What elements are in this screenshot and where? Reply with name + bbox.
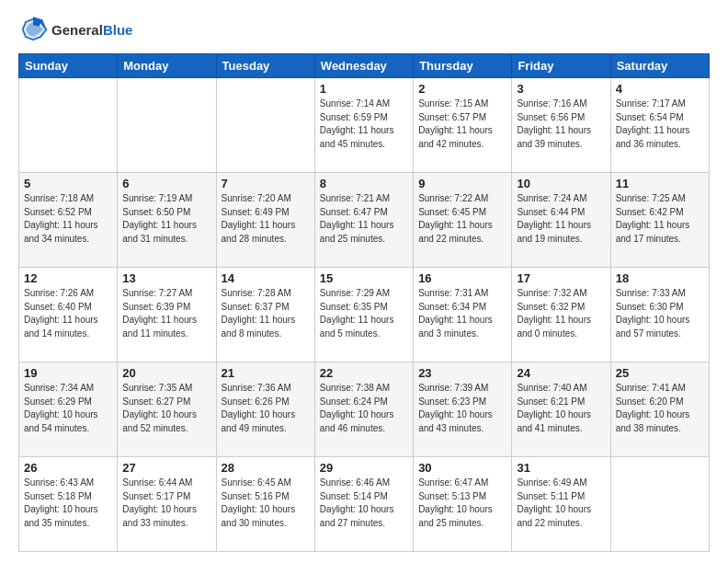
calendar-cell: 15Sunrise: 7:29 AM Sunset: 6:35 PM Dayli… (314, 268, 413, 362)
day-info: Sunrise: 6:49 AM Sunset: 5:11 PM Dayligh… (517, 477, 605, 530)
day-number: 2 (418, 82, 506, 96)
day-info: Sunrise: 7:36 AM Sunset: 6:26 PM Dayligh… (222, 382, 310, 435)
calendar-cell: 5Sunrise: 7:18 AM Sunset: 6:52 PM Daylig… (19, 173, 118, 268)
day-number: 1 (320, 82, 408, 96)
calendar-cell: 9Sunrise: 7:22 AM Sunset: 6:45 PM Daylig… (414, 173, 512, 268)
calendar-cell: 11Sunrise: 7:25 AM Sunset: 6:42 PM Dayli… (610, 173, 709, 268)
calendar-cell: 10Sunrise: 7:24 AM Sunset: 6:44 PM Dayli… (512, 173, 610, 268)
day-number: 23 (418, 366, 506, 380)
day-info: Sunrise: 7:22 AM Sunset: 6:45 PM Dayligh… (418, 192, 506, 246)
calendar-row-1: 5Sunrise: 7:18 AM Sunset: 6:52 PM Daylig… (19, 173, 710, 268)
calendar-row-2: 12Sunrise: 7:26 AM Sunset: 6:40 PM Dayli… (19, 268, 710, 362)
day-number: 4 (616, 82, 704, 96)
day-info: Sunrise: 7:16 AM Sunset: 6:56 PM Dayligh… (517, 98, 605, 151)
day-info: Sunrise: 7:35 AM Sunset: 6:27 PM Dayligh… (122, 382, 210, 435)
logo: GeneralBlue (18, 15, 132, 44)
calendar-cell: 22Sunrise: 7:38 AM Sunset: 6:24 PM Dayli… (314, 362, 413, 457)
calendar-row-3: 19Sunrise: 7:34 AM Sunset: 6:29 PM Dayli… (19, 362, 710, 457)
day-info: Sunrise: 7:39 AM Sunset: 6:23 PM Dayligh… (418, 382, 506, 435)
calendar-cell: 19Sunrise: 7:34 AM Sunset: 6:29 PM Dayli… (19, 362, 118, 457)
day-info: Sunrise: 7:41 AM Sunset: 6:20 PM Dayligh… (616, 382, 704, 435)
day-number: 5 (24, 177, 112, 190)
day-info: Sunrise: 7:19 AM Sunset: 6:50 PM Dayligh… (122, 192, 210, 246)
calendar-row-4: 26Sunrise: 6:43 AM Sunset: 5:18 PM Dayli… (19, 457, 710, 552)
day-info: Sunrise: 7:29 AM Sunset: 6:35 PM Dayligh… (320, 287, 408, 340)
day-number: 14 (222, 271, 310, 285)
calendar-cell: 21Sunrise: 7:36 AM Sunset: 6:26 PM Dayli… (216, 362, 314, 457)
day-number: 18 (616, 271, 704, 285)
calendar-cell: 6Sunrise: 7:19 AM Sunset: 6:50 PM Daylig… (118, 173, 216, 268)
calendar-cell: 16Sunrise: 7:31 AM Sunset: 6:34 PM Dayli… (414, 268, 512, 362)
day-number: 9 (418, 177, 506, 190)
weekday-header-friday: Friday (512, 54, 610, 78)
calendar-cell (610, 457, 709, 552)
day-info: Sunrise: 7:33 AM Sunset: 6:30 PM Dayligh… (616, 287, 704, 340)
day-number: 15 (320, 271, 408, 285)
day-number: 24 (517, 366, 605, 380)
day-info: Sunrise: 7:25 AM Sunset: 6:42 PM Dayligh… (616, 192, 704, 246)
calendar-cell: 23Sunrise: 7:39 AM Sunset: 6:23 PM Dayli… (414, 362, 512, 457)
day-number: 22 (320, 366, 408, 380)
day-info: Sunrise: 7:38 AM Sunset: 6:24 PM Dayligh… (320, 382, 408, 435)
calendar-cell (19, 78, 118, 173)
day-info: Sunrise: 6:43 AM Sunset: 5:18 PM Dayligh… (24, 477, 112, 530)
calendar-cell: 29Sunrise: 6:46 AM Sunset: 5:14 PM Dayli… (314, 457, 413, 552)
calendar-cell: 25Sunrise: 7:41 AM Sunset: 6:20 PM Dayli… (610, 362, 709, 457)
calendar-cell (118, 78, 216, 173)
day-number: 28 (222, 461, 310, 475)
page: GeneralBlue SundayMondayTuesdayWednesday… (0, 0, 728, 563)
day-number: 21 (222, 366, 310, 380)
calendar-cell: 31Sunrise: 6:49 AM Sunset: 5:11 PM Dayli… (512, 457, 610, 552)
calendar-cell: 4Sunrise: 7:17 AM Sunset: 6:54 PM Daylig… (610, 78, 709, 173)
calendar-row-0: 1Sunrise: 7:14 AM Sunset: 6:59 PM Daylig… (19, 78, 710, 173)
calendar-cell: 7Sunrise: 7:20 AM Sunset: 6:49 PM Daylig… (216, 173, 314, 268)
calendar-cell: 18Sunrise: 7:33 AM Sunset: 6:30 PM Dayli… (610, 268, 709, 362)
day-info: Sunrise: 6:46 AM Sunset: 5:14 PM Dayligh… (320, 477, 408, 530)
logo-text: GeneralBlue (51, 22, 132, 38)
weekday-header-tuesday: Tuesday (216, 54, 314, 78)
day-number: 3 (517, 82, 605, 96)
day-number: 6 (122, 177, 210, 190)
calendar-cell: 12Sunrise: 7:26 AM Sunset: 6:40 PM Dayli… (19, 268, 118, 362)
calendar-cell: 13Sunrise: 7:27 AM Sunset: 6:39 PM Dayli… (118, 268, 216, 362)
day-info: Sunrise: 7:15 AM Sunset: 6:57 PM Dayligh… (418, 98, 506, 151)
header: GeneralBlue (18, 15, 710, 44)
day-number: 17 (517, 271, 605, 285)
day-number: 19 (24, 366, 112, 380)
calendar-cell: 26Sunrise: 6:43 AM Sunset: 5:18 PM Dayli… (19, 457, 118, 552)
calendar-table: SundayMondayTuesdayWednesdayThursdayFrid… (18, 53, 710, 552)
calendar-cell (216, 78, 314, 173)
day-info: Sunrise: 7:21 AM Sunset: 6:47 PM Dayligh… (320, 192, 408, 246)
calendar-cell: 8Sunrise: 7:21 AM Sunset: 6:47 PM Daylig… (314, 173, 413, 268)
day-info: Sunrise: 7:18 AM Sunset: 6:52 PM Dayligh… (24, 192, 112, 246)
day-number: 30 (418, 461, 506, 475)
calendar-cell: 14Sunrise: 7:28 AM Sunset: 6:37 PM Dayli… (216, 268, 314, 362)
calendar-cell: 24Sunrise: 7:40 AM Sunset: 6:21 PM Dayli… (512, 362, 610, 457)
calendar-cell: 28Sunrise: 6:45 AM Sunset: 5:16 PM Dayli… (216, 457, 314, 552)
day-info: Sunrise: 7:26 AM Sunset: 6:40 PM Dayligh… (24, 287, 112, 340)
day-info: Sunrise: 6:45 AM Sunset: 5:16 PM Dayligh… (222, 477, 310, 530)
calendar-cell: 2Sunrise: 7:15 AM Sunset: 6:57 PM Daylig… (414, 78, 512, 173)
logo-icon (18, 15, 48, 44)
day-info: Sunrise: 7:34 AM Sunset: 6:29 PM Dayligh… (24, 382, 112, 435)
day-number: 8 (320, 177, 408, 190)
day-number: 20 (122, 366, 210, 380)
calendar-cell: 1Sunrise: 7:14 AM Sunset: 6:59 PM Daylig… (314, 78, 413, 173)
day-info: Sunrise: 6:47 AM Sunset: 5:13 PM Dayligh… (418, 477, 506, 530)
weekday-header-wednesday: Wednesday (314, 54, 413, 78)
day-number: 25 (616, 366, 704, 380)
day-number: 31 (517, 461, 605, 475)
day-info: Sunrise: 7:32 AM Sunset: 6:32 PM Dayligh… (517, 287, 605, 340)
day-info: Sunrise: 7:17 AM Sunset: 6:54 PM Dayligh… (616, 98, 704, 151)
day-number: 27 (122, 461, 210, 475)
day-info: Sunrise: 6:44 AM Sunset: 5:17 PM Dayligh… (122, 477, 210, 530)
day-info: Sunrise: 7:24 AM Sunset: 6:44 PM Dayligh… (517, 192, 605, 246)
calendar-cell: 3Sunrise: 7:16 AM Sunset: 6:56 PM Daylig… (512, 78, 610, 173)
calendar-cell: 20Sunrise: 7:35 AM Sunset: 6:27 PM Dayli… (118, 362, 216, 457)
day-number: 7 (222, 177, 310, 190)
day-number: 12 (24, 271, 112, 285)
day-number: 29 (320, 461, 408, 475)
day-number: 10 (517, 177, 605, 190)
weekday-header-row: SundayMondayTuesdayWednesdayThursdayFrid… (19, 54, 710, 78)
day-info: Sunrise: 7:28 AM Sunset: 6:37 PM Dayligh… (222, 287, 310, 340)
